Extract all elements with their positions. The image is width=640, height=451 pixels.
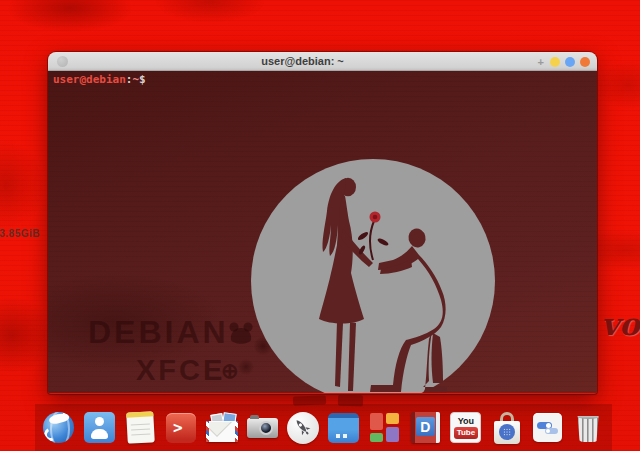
rocket-glyph [292, 417, 314, 439]
terminal-window: user@debian: ~ + [48, 52, 597, 394]
web-browser-icon [43, 412, 74, 443]
ferret-shape [48, 412, 70, 425]
dictionary-letter: D [416, 417, 435, 436]
terminal-body[interactable]: DEBIAN XFCE ⊕ user@debian:~$ [48, 71, 597, 393]
terminal-launcher-icon: > [166, 413, 196, 443]
dock-item-software-store[interactable] [490, 411, 524, 445]
dock-item-camera[interactable] [245, 411, 279, 445]
wallpaper-proposal-scene [251, 159, 495, 393]
notes-icon [126, 411, 155, 443]
wallpaper-globe-glyph: ⊕ [221, 359, 239, 383]
dock-item-trash[interactable] [571, 411, 605, 445]
dock-item-web-browser[interactable] [42, 411, 76, 445]
dock-item-app-grid[interactable] [367, 411, 401, 445]
window-controls: + [538, 52, 590, 71]
contacts-icon [84, 412, 115, 443]
envelope-flap [209, 422, 235, 438]
tile-red [370, 413, 383, 430]
dock-item-settings[interactable] [530, 411, 564, 445]
wallpaper-right-text: vo [601, 306, 640, 342]
app-grid-icon [370, 413, 399, 442]
tile-green [370, 433, 383, 442]
dock-item-youtube[interactable]: You Tube [449, 411, 483, 445]
ferret-tail-shape [43, 426, 59, 443]
software-store-icon [492, 412, 522, 444]
dictionary-icon: D [411, 412, 440, 443]
dock-item-file-manager[interactable] [327, 411, 361, 445]
settings-icon [533, 413, 562, 442]
dock-item-app-launcher[interactable] [286, 411, 320, 445]
trash-icon [578, 416, 599, 442]
dock-item-mail[interactable] [205, 411, 239, 445]
terminal-prompt: user@debian:~$ [53, 73, 146, 86]
camera-icon [247, 418, 278, 438]
dock-item-terminal[interactable]: > [164, 411, 198, 445]
prompt-user-host: user@debian [53, 73, 126, 86]
camera-lens-shape [259, 421, 273, 435]
maximize-button[interactable] [565, 57, 575, 67]
store-grid-dots [503, 428, 511, 436]
terminal-titlebar[interactable]: user@debian: ~ + [48, 52, 597, 71]
xfce-mouse-logo [226, 319, 256, 349]
dock-item-contacts[interactable] [82, 411, 116, 445]
memory-usage-label: /3.85GiB [0, 228, 40, 239]
mail-icon [206, 412, 238, 444]
tile-orange [386, 413, 399, 424]
window-title: user@debian: ~ [48, 55, 557, 67]
wallpaper-xfce-text: XFCE [136, 354, 225, 387]
dock-item-notes[interactable] [123, 411, 157, 445]
minimize-button[interactable] [550, 57, 560, 67]
envelope-shape [206, 421, 238, 442]
close-button[interactable] [580, 57, 590, 67]
youtube-text-top: You [458, 417, 474, 426]
dock-item-dictionary[interactable]: D [408, 411, 442, 445]
file-manager-icon [328, 413, 359, 443]
shade-button[interactable]: + [538, 57, 544, 67]
toggle-switch-off [545, 428, 558, 434]
youtube-icon: You Tube [450, 412, 481, 443]
wallpaper-debian-text: DEBIAN [88, 314, 229, 351]
prompt-symbol: $ [139, 73, 146, 86]
store-badge [499, 424, 515, 440]
dock: > [35, 404, 612, 451]
desktop: /3.85GiB vo user@debian: ~ + [0, 0, 640, 451]
terminal-prompt-glyph: > [173, 420, 183, 436]
youtube-text-bottom: Tube [454, 427, 478, 439]
tile-purple [386, 427, 399, 442]
rocket-launcher-icon [287, 412, 319, 444]
